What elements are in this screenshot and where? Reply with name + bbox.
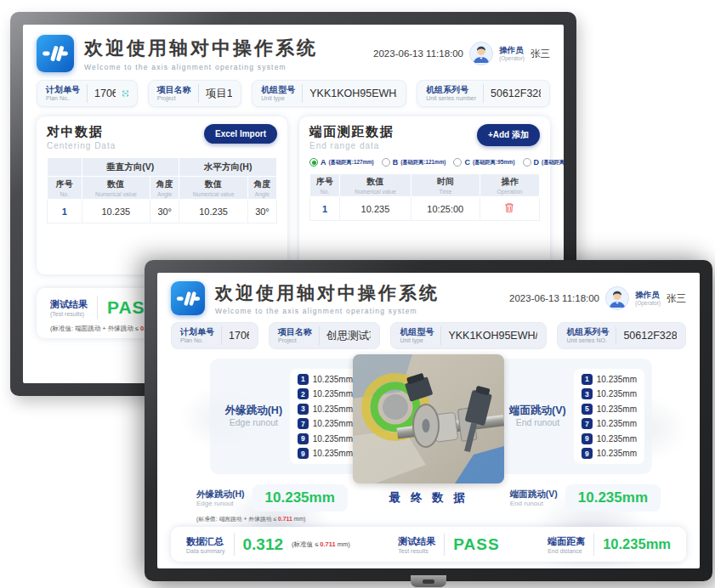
axis-logo-icon xyxy=(41,39,70,68)
monitor-2-bezel: 欢迎使用轴对中操作系统 Welcome to the axis alignmen… xyxy=(145,260,712,581)
data-summary-card: 数据汇总 Data summary 0.312 (标准值 ≤ 0.711 mm)… xyxy=(171,527,686,562)
test-result-label: 测试结果 xyxy=(50,298,88,311)
list-item: 310.235mm xyxy=(582,388,637,399)
project-sublabel: Project xyxy=(157,95,191,102)
unit-serial-field[interactable]: 机组系列号 Unit series number 50612F32804193 xyxy=(417,80,550,107)
radio-d[interactable]: D(基础距离:89mm) xyxy=(523,158,564,167)
list-item: 510.235mm xyxy=(582,404,637,415)
table-row: 1 10.235 10:25:00 xyxy=(310,197,540,221)
col-angle-v: 角度Angle xyxy=(150,177,179,200)
plan-no-field[interactable]: 计划单号 Plan No.. 170623 xyxy=(37,80,138,107)
unit-type-field[interactable]: 机组型号 Unit type YKK1KOH95EWH/R022BERL xyxy=(390,322,547,349)
col-angle-h: 角度Angle xyxy=(247,177,276,200)
unit-serial-label: 机组系列号 xyxy=(566,327,609,337)
project-field[interactable]: 项目名称 Project 项目1 xyxy=(148,80,241,107)
datetime: 2023-06-13 11:18:00 xyxy=(509,293,599,303)
datetime: 2023-06-13 11:18:00 xyxy=(373,48,463,59)
unit-serial-field[interactable]: 机组系列号 Unit series NO. 50612F32804193 xyxy=(557,322,686,349)
plan-no-label: 计划单号 xyxy=(180,327,214,337)
unit-serial-value: 50612F32804193 xyxy=(623,330,677,342)
plan-no-sublabel: Plan No. xyxy=(180,337,214,344)
radio-a[interactable]: A(基础距离:127mm) xyxy=(309,158,374,167)
project-value: 项目1 xyxy=(206,87,232,101)
unit-type-field[interactable]: 机组型号 Unit type YKK1KOH95EWH/R022BERL xyxy=(252,80,406,107)
page: 欢迎使用轴对中操作系统 Welcome to the axis alignmen… xyxy=(0,0,715,588)
excel-import-button[interactable]: Excel Import xyxy=(204,124,277,144)
edge-runout-final-sublabel: Edge runout xyxy=(196,500,245,508)
cell-value-v: 10.235 xyxy=(82,200,150,223)
edge-runout-values: 110.235mm 210.235mm 310.235mm 710.235mm … xyxy=(290,369,360,465)
final-data-title: 最 终 数 据 xyxy=(355,490,502,506)
list-item: 710.235mm xyxy=(582,418,637,429)
operator-avatar xyxy=(605,286,629,310)
centering-data-panel: 对中数据 Centering Data Excel Import 垂直方向(V)… xyxy=(37,116,287,274)
col-no: 序号No. xyxy=(48,177,82,200)
data-summary-label: 数据汇总 xyxy=(186,535,225,548)
delete-row-button[interactable] xyxy=(501,201,518,217)
radio-c[interactable]: C(基础距离:95mm) xyxy=(453,158,514,167)
edge-runout-card: 外缘跳动(H) Edge runout 110.235mm 210.235mm … xyxy=(210,359,368,474)
unit-serial-sublabel: Unit series number xyxy=(426,95,476,102)
monitor-stand xyxy=(411,575,446,587)
vertical-group-header: 垂直方向(V) xyxy=(82,158,179,177)
scan-icon[interactable] xyxy=(122,88,128,99)
list-item: 110.235mm xyxy=(582,374,637,385)
unit-type-sublabel: Unit type xyxy=(261,95,295,102)
list-item: 310.235mm xyxy=(298,404,353,415)
cell-no: 1 xyxy=(48,200,82,223)
plan-no-value: 170623 xyxy=(94,88,116,99)
plan-no-field[interactable]: 计划单号 Plan No. 170623 xyxy=(171,322,258,349)
cell-value-h: 10.235 xyxy=(179,200,248,223)
project-value: 创思测试项目 xyxy=(326,329,371,343)
cell-angle-h: 30° xyxy=(247,200,276,223)
edge-runout-final-value: 10.235mm xyxy=(253,484,348,512)
app-logo xyxy=(37,35,74,72)
list-item: 910.235mm xyxy=(582,433,637,444)
list-item: 710.235mm xyxy=(298,418,353,429)
end-distance-sublabel: End distance xyxy=(548,548,585,554)
operator-name: 张三 xyxy=(667,292,686,305)
radio-dot-icon xyxy=(523,158,531,167)
end-runout-final-value: 10.235mm xyxy=(565,484,661,512)
screen1-fields-row: 计划单号 Plan No.. 170623 项目名称 Project 项目1 机… xyxy=(37,80,550,107)
operator-block: 操作员 (Operator) xyxy=(499,46,525,61)
unit-type-value: YKK1KOH95EWH/R022BERL xyxy=(309,88,397,99)
edge-runout-sublabel: Edge runout xyxy=(218,417,290,428)
unit-type-label: 机组型号 xyxy=(400,327,434,337)
plan-no-label: 计划单号 xyxy=(46,85,80,95)
centering-title: 对中数据 xyxy=(47,124,116,140)
radio-dot-icon xyxy=(453,158,462,167)
end-runout-final-sublabel: End runout xyxy=(510,500,558,508)
list-item: 210.235mm xyxy=(298,388,353,399)
operator-label: 操作员 xyxy=(635,291,661,299)
edge-runout-final-label: 外缘跳动(H) xyxy=(196,489,245,500)
cell-angle-v: 30° xyxy=(150,200,179,223)
machine-photo xyxy=(353,354,504,483)
operator-name: 张三 xyxy=(531,48,550,60)
operator-avatar xyxy=(469,42,493,65)
screen2-fields-row: 计划单号 Plan No. 170623 项目名称 Project 创思测试项目… xyxy=(171,322,686,349)
plan-no-sublabel: Plan No.. xyxy=(46,95,80,102)
cell-value: 10.235 xyxy=(340,197,411,221)
radio-b[interactable]: B(基础距离:121mm) xyxy=(382,158,446,167)
unit-type-value: YKK1KOH95EWH/R022BERL xyxy=(448,330,537,342)
plan-no-value: 170623 xyxy=(229,330,249,342)
endrange-title: 端面测距数据 xyxy=(309,124,394,140)
axis-logo-icon xyxy=(175,286,201,312)
project-label: 项目名称 xyxy=(278,327,312,337)
end-range-panel: 端面测距数据 End range data +Add 添加 A(基础距离:127… xyxy=(299,116,550,274)
table-row: 1 10.235 30° 10.235 30° xyxy=(48,200,277,223)
cell-time: 10:25:00 xyxy=(411,197,480,221)
horizontal-group-header: 水平方向(H) xyxy=(179,158,277,177)
project-field[interactable]: 项目名称 Project 创思测试项目 xyxy=(269,322,380,349)
app-logo xyxy=(171,281,205,315)
unit-serial-value: 50612F32804193 xyxy=(491,88,541,99)
add-button[interactable]: +Add 添加 xyxy=(477,124,540,146)
end-runout-label: 端面跳动(V) xyxy=(502,404,574,418)
test-result-label: 测试结果 xyxy=(398,535,435,548)
col-value-v: 数值Numerical value xyxy=(82,177,150,200)
runout-section: 外缘跳动(H) Edge runout 110.235mm 210.235mm … xyxy=(171,355,686,478)
screen1-panels: 对中数据 Centering Data Excel Import 垂直方向(V)… xyxy=(37,116,550,274)
end-runout-sublabel: End runout xyxy=(502,417,574,428)
data-summary-value: 0.312 xyxy=(243,535,284,554)
